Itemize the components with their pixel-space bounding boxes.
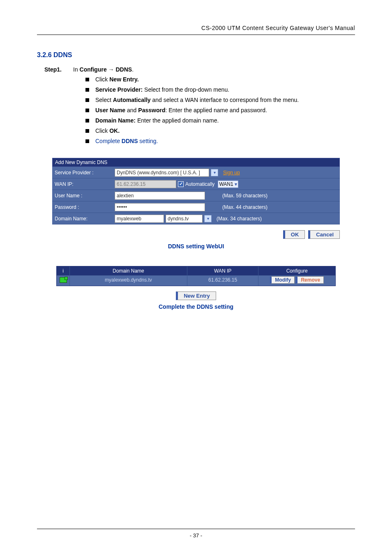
b6-prefix: Click bbox=[95, 127, 109, 134]
page-number: - 37 - bbox=[190, 532, 202, 539]
bullet-user-pass: User Name and Password: Enter the applie… bbox=[85, 106, 355, 115]
row-username: User Name : alextien (Max. 59 characters… bbox=[52, 190, 340, 201]
col-i: i bbox=[57, 266, 70, 275]
bullet-click-ok: Click OK. bbox=[85, 127, 355, 135]
b2-text: Select from the drop-down menu. bbox=[143, 86, 229, 93]
ddns-result-table: i Domain Name WAN IP Configure myalexweb… bbox=[56, 266, 336, 286]
step-intro: Step1.In Configure → DDNS. bbox=[44, 66, 355, 73]
username-hint: (Max. 59 characters) bbox=[222, 193, 267, 199]
b5-text: Enter the applied domain name. bbox=[136, 117, 219, 124]
label-domain: Domain Name: bbox=[52, 214, 113, 223]
form-title: Add New Dynamic DNS bbox=[52, 158, 340, 167]
bullet-domain-name: Domain Name: Enter the applied domain na… bbox=[85, 116, 355, 125]
status-connected-icon bbox=[60, 277, 67, 283]
cell-wanip: 61.62.236.15 bbox=[187, 275, 259, 286]
add-ddns-form: Add New Dynamic DNS Service Provider : D… bbox=[52, 158, 340, 224]
table-row: myalexweb.dyndns.tv 61.62.236.15 Modify … bbox=[57, 275, 335, 286]
step-bullets: Click New Entry. Service Provider: Selec… bbox=[85, 75, 355, 146]
status-cell bbox=[57, 275, 70, 286]
chevron-down-icon[interactable]: ▾ bbox=[204, 215, 212, 222]
b4-bold2: Password bbox=[138, 107, 165, 113]
col-wanip: WAN IP bbox=[187, 266, 259, 275]
password-hint: (Max. 44 characters) bbox=[222, 204, 267, 210]
page-footer: - 37 - bbox=[37, 529, 355, 539]
b5-bold: Domain Name: bbox=[95, 117, 136, 124]
row-domain: Domain Name: myalexweb dyndns.tv ▾ (Max.… bbox=[52, 213, 340, 224]
step-text-prefix: In bbox=[73, 66, 80, 73]
modify-button[interactable]: Modify bbox=[270, 276, 295, 284]
chevron-down-icon[interactable]: ▾ bbox=[211, 169, 218, 176]
col-config: Configure bbox=[258, 266, 335, 275]
b7-suffix: setting. bbox=[138, 138, 158, 144]
b1-bold: New Entry. bbox=[109, 76, 138, 83]
step-label: Step1. bbox=[44, 66, 62, 73]
label-username: User Name : bbox=[52, 191, 113, 200]
col-domain: Domain Name bbox=[70, 266, 187, 275]
b7-bold: DDNS bbox=[122, 138, 138, 144]
bullet-automatically: Select Automatically and select a WAN in… bbox=[85, 96, 355, 104]
new-entry-row: New Entry bbox=[37, 292, 355, 299]
section-heading: 3.2.6 DDNS bbox=[37, 51, 355, 59]
wan-option: WAN1 bbox=[219, 181, 233, 187]
service-provider-select[interactable]: DynDNS (www.dyndns.com) [ U.S.A. ] bbox=[115, 169, 209, 177]
domain-hint: (Max. 34 characters) bbox=[217, 216, 262, 222]
auto-checkbox[interactable]: ✓ bbox=[178, 181, 184, 187]
step-suffix: . bbox=[132, 66, 134, 73]
row-password: Password : •••••• (Max. 44 characters) bbox=[52, 201, 340, 213]
b4-suffix: : Enter the applied name and password. bbox=[165, 107, 267, 113]
b4-mid: and bbox=[125, 107, 138, 113]
b7-prefix: Complete bbox=[95, 138, 122, 144]
signup-link[interactable]: Sign up bbox=[223, 170, 240, 176]
step-bold-ddns: DDNS bbox=[115, 66, 132, 73]
step-bold-configure: Configure bbox=[80, 66, 107, 73]
new-entry-button[interactable]: New Entry bbox=[176, 291, 216, 300]
table-header-row: i Domain Name WAN IP Configure bbox=[57, 266, 335, 275]
bullet-complete: Complete DDNS setting. bbox=[85, 137, 355, 146]
bullet-service-provider: Service Provider: Select from the drop-d… bbox=[85, 86, 355, 94]
domain-input[interactable]: myalexweb bbox=[115, 215, 164, 223]
bullet-new-entry: Click New Entry. bbox=[85, 75, 355, 84]
b3-suffix: and select a WAN interface to correspond… bbox=[151, 97, 299, 103]
auto-label: Automatically bbox=[185, 181, 214, 187]
label-wan-ip: WAN IP: bbox=[52, 180, 113, 189]
chevron-down-icon: ▾ bbox=[235, 181, 237, 187]
domain-suffix-select[interactable]: dyndns.tv bbox=[166, 215, 203, 223]
wan-ip-input: 61.62.236.15 bbox=[115, 180, 176, 188]
step-arrow: → bbox=[107, 66, 116, 73]
label-service-provider: Service Provider : bbox=[52, 168, 113, 177]
figure1-caption: DDNS setting WebUI bbox=[37, 243, 355, 250]
username-input[interactable]: alextien bbox=[115, 192, 205, 200]
row-service-provider: Service Provider : DynDNS (www.dyndns.co… bbox=[52, 167, 340, 178]
form-button-row: OK Cancel bbox=[52, 230, 340, 239]
b2-bold: Service Provider: bbox=[95, 86, 143, 93]
figure2-caption: Complete the DDNS setting bbox=[37, 303, 355, 310]
ok-button[interactable]: OK bbox=[283, 230, 305, 239]
row-wan-ip: WAN IP: 61.62.236.15 ✓ Automatically WAN… bbox=[52, 178, 340, 190]
b6-bold: OK. bbox=[109, 127, 120, 134]
b1-prefix: Click bbox=[95, 76, 109, 83]
remove-button[interactable]: Remove bbox=[296, 276, 324, 284]
wan-interface-select[interactable]: WAN1 ▾ bbox=[218, 180, 238, 188]
password-input[interactable]: •••••• bbox=[115, 203, 205, 211]
cell-domain: myalexweb.dyndns.tv bbox=[70, 275, 187, 286]
b3-bold: Automatically bbox=[113, 97, 151, 103]
page-header: CS-2000 UTM Content Security Gateway Use… bbox=[37, 25, 355, 35]
cancel-button[interactable]: Cancel bbox=[308, 230, 340, 239]
cell-config: Modify Remove bbox=[258, 275, 335, 286]
b3-prefix: Select bbox=[95, 97, 113, 103]
label-password: Password : bbox=[52, 203, 113, 212]
b4-bold1: User Name bbox=[95, 107, 125, 113]
